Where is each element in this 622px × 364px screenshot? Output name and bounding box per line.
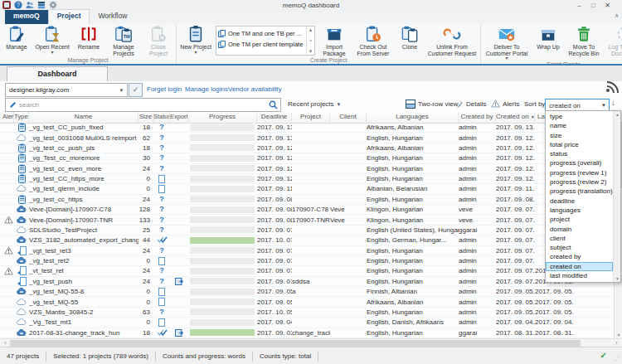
table-row[interactable]: _Vg_Test_mt102017. 09. 04.English, Danis…	[0, 318, 614, 328]
col-status[interactable]: Status	[153, 112, 170, 123]
sort-option[interactable]: progress (review 1)	[546, 168, 613, 177]
manage-logins-link[interactable]: Manage logins	[185, 85, 228, 93]
forget-login-link[interactable]: Forget login	[147, 85, 182, 93]
status-unknown-icon: ?	[159, 123, 164, 132]
manage-button[interactable]: Manage	[1, 25, 32, 51]
sort-option[interactable]: type	[546, 112, 613, 121]
clone-button[interactable]: Clone	[395, 25, 425, 51]
tab-workflow[interactable]: Workflow	[90, 10, 135, 24]
sort-dropdown-scrollbar[interactable]: ▲ ▼	[613, 111, 620, 282]
handoff-project-icon	[17, 256, 27, 265]
news-feed-icon[interactable]	[606, 81, 620, 95]
table-row[interactable]: VZS_Mantis_30845-263?2017. 10. 05.Englis…	[0, 308, 614, 318]
close-button[interactable]: ✕	[601, 1, 614, 10]
server-combobox[interactable]: designer.kilgray.com ▼	[5, 83, 128, 97]
sort-option[interactable]: domain	[546, 225, 613, 234]
col-client[interactable]: Client	[330, 112, 367, 123]
new-project-button[interactable]: New Project ▾	[177, 25, 214, 55]
rename-button[interactable]: Rename	[72, 25, 105, 51]
dropdown-scroll-down-icon[interactable]: ▼	[614, 276, 622, 281]
table-row[interactable]: Veve-[Domain]-170907-TNR133?2017. 09. 08…	[0, 215, 614, 225]
col-alert[interactable]: Alert	[2, 112, 14, 123]
sort-option[interactable]: status	[546, 149, 613, 158]
table-row[interactable]: VZS_3182_automated_export_change_t...442…	[0, 235, 614, 245]
manage-projects-button[interactable]: TM Manage Projects	[105, 25, 142, 56]
move-to-recycle-bin-button[interactable]: Move To Recycle Bin	[565, 25, 603, 56]
col-project[interactable]: Project	[292, 112, 330, 123]
import-package-button[interactable]: Import Package	[317, 25, 352, 56]
horizontal-scrollbar-thumb[interactable]	[10, 340, 581, 347]
table-row[interactable]: _vg_test_cc_even_more24?2017. 09. 12.Eng…	[0, 164, 614, 174]
dropdown-scroll-up-icon[interactable]: ▲	[614, 112, 622, 117]
col-progress[interactable]: Progress	[188, 112, 257, 123]
scroll-left-icon[interactable]: ‹	[1, 339, 10, 347]
col-name[interactable]: Name	[29, 112, 138, 123]
sort-option[interactable]: deadline	[546, 197, 613, 206]
deliver-to-customer-portal-button[interactable]: Deliver To Customer Portal ▾	[482, 25, 532, 61]
sort-option[interactable]: size	[546, 131, 613, 140]
col-languages[interactable]: Languages	[367, 112, 459, 123]
tab-memoq[interactable]: memoQ	[5, 10, 48, 24]
open-recent-button[interactable]: Open Recent ▾	[32, 25, 72, 55]
sort-option[interactable]: subject	[546, 243, 613, 252]
col-deadline[interactable]: Deadline	[257, 112, 292, 123]
sort-option[interactable]: client	[546, 234, 613, 243]
search-input[interactable]: search	[5, 98, 281, 112]
table-row[interactable]: _vg_test_CC_push_fixed18?2017. 09. 13.Af…	[0, 123, 614, 133]
table-row[interactable]: _vg_test_0031068 MuliXLS reimport fails6…	[0, 133, 614, 143]
col-created-by[interactable]: Created by	[459, 112, 496, 123]
tab-project[interactable]: Project	[48, 9, 90, 24]
progress-cell	[188, 298, 257, 305]
resize-grip[interactable]: ⋰	[615, 355, 620, 362]
check-out-from-server-button[interactable]: Check Out From Server	[352, 25, 395, 56]
tab-dashboard[interactable]: Dashboard	[7, 66, 108, 82]
sort-option[interactable]: languages	[546, 206, 613, 215]
template-item-1[interactable]: One TM and one TB per ...	[218, 28, 306, 39]
col-created-on[interactable]: Created on ▼	[496, 112, 535, 123]
template-item-2[interactable]: One TM per client template	[218, 39, 306, 50]
sort-option[interactable]: total price	[546, 140, 613, 149]
table-row[interactable]: 2017-08-31-change_track_hun182017. 09. 0…	[0, 328, 614, 338]
table-row[interactable]: _vg_test_MQ-5502017. 09. 05.Afrikaans, A…	[0, 297, 614, 307]
two-row-view-button[interactable]: Two-row view	[406, 99, 458, 109]
table-row[interactable]: Veve-[Domain]-170907-C78128?2017. 09. 08…	[0, 205, 614, 215]
sort-option[interactable]: progress (overall)	[546, 158, 613, 167]
maximize-button[interactable]: □	[587, 1, 600, 10]
table-row[interactable]: _vg_test_ret202017. 09. 07.English, Hung…	[0, 256, 614, 266]
table-row[interactable]: _vg_test_cc_https24?2017. 09. 08.English…	[0, 195, 614, 205]
details-button[interactable]: Details	[455, 99, 486, 109]
scroll-right-icon[interactable]: ›	[612, 339, 621, 347]
sort-option[interactable]: created on	[546, 262, 613, 271]
search-icon[interactable]	[269, 100, 280, 109]
sort-option[interactable]: progress (translation)	[546, 187, 613, 196]
table-row[interactable]: _vg_test_push24?2017. 09. 07.sddsaEnglis…	[0, 277, 614, 287]
wrap-up-button[interactable]: Wrap Up	[532, 25, 565, 51]
col-size[interactable]: Size	[138, 112, 153, 123]
col-export[interactable]: Export	[170, 112, 188, 123]
table-row[interactable]: _vg_test_cc_push_pls18?2017. 09. 12.Afri…	[0, 143, 614, 153]
table-row[interactable]: _vg_test_MQ-55-802017. 09. 05.aFinnish, …	[0, 287, 614, 297]
status-icon: ?	[153, 164, 170, 173]
table-row[interactable]: _vt_test_ret24?2017. 09. 07.English, Hun…	[0, 266, 614, 276]
sort-option[interactable]: last modified	[546, 271, 613, 280]
vendor-availability-link[interactable]: Vendor availability	[228, 85, 281, 93]
sort-option[interactable]: progress (review 2)	[546, 177, 613, 187]
sort-option[interactable]: name	[546, 121, 613, 130]
recent-projects-dropdown[interactable]: Recent projects▼	[288, 100, 342, 108]
minimize-button[interactable]: –	[573, 1, 586, 10]
scroll-down-icon[interactable]: ▼	[615, 332, 622, 337]
table-row[interactable]: _vg_test_CC_https_more02017. 09. 12.Engl…	[0, 174, 614, 184]
sort-option[interactable]: project	[546, 215, 613, 224]
table-row[interactable]: SDLStudio_TestProject25?2017. 09. 07.Eng…	[0, 226, 614, 235]
unlink-from-customer-request-button[interactable]: Unlink From Customer Request	[425, 25, 479, 56]
connect-server-button[interactable]: ✓	[129, 83, 143, 97]
alerts-button[interactable]: Alerts	[491, 99, 519, 108]
table-row[interactable]: _vgt_test_ret324?2017. 09. 07.English, H…	[0, 246, 614, 256]
collapse-ribbon-icon[interactable]: ∧	[615, 12, 619, 19]
template-spinner[interactable]: ▲▪▼	[306, 27, 314, 55]
table-row[interactable]: _vg_test_qterm_include02017. 09. 11.Alba…	[0, 184, 614, 194]
sort-option[interactable]: created by	[546, 252, 613, 261]
col-type[interactable]: Type	[14, 112, 29, 123]
table-row[interactable]: _vg_Test_cc_moremore30?2017. 09. 12.Engl…	[0, 153, 614, 163]
sort-direction-button[interactable]: ↓	[611, 99, 615, 107]
